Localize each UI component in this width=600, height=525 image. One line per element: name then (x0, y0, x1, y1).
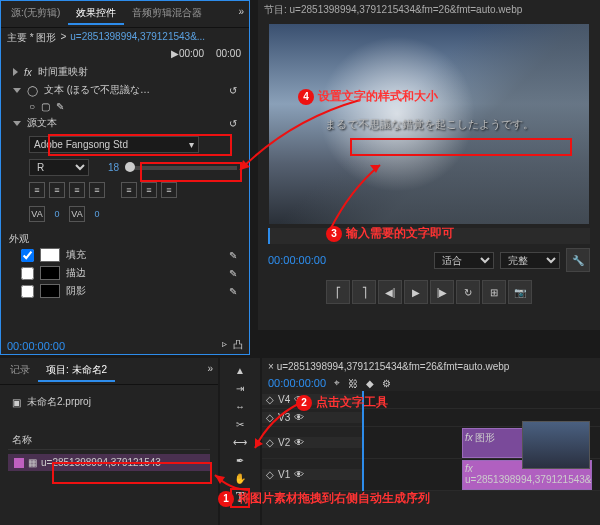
eyedropper-icon[interactable]: ✎ (229, 268, 237, 279)
tab-effect-controls[interactable]: 效果控件 (68, 3, 124, 25)
pen-tool[interactable]: ✒ (232, 452, 248, 468)
anno-box-size (140, 162, 242, 182)
step-back-button[interactable]: ◀| (378, 280, 402, 304)
wrench-icon: 🔧 (572, 255, 584, 266)
align-center-icon[interactable]: ≡ (49, 182, 65, 198)
play-button[interactable]: ▶ (404, 280, 428, 304)
program-monitor-panel: 节目: u=2851398994,3791215434&fm=26&fmt=au… (258, 0, 600, 330)
ruler-start: ▶00:00 (171, 48, 204, 59)
marker-icon[interactable]: ◆ (366, 378, 374, 389)
sequence-name[interactable]: u=2851398994,3791215434&fm=26&fmt=auto.w… (277, 361, 510, 372)
anno-box-clip (52, 462, 212, 484)
program-title: 节目: u=2851398994,3791215434&fm=26&fmt=au… (258, 0, 600, 20)
track-toggle-icon[interactable]: ◇ (266, 469, 274, 480)
fill-checkbox[interactable] (21, 249, 34, 262)
track-toggle-icon[interactable]: ◇ (266, 394, 274, 405)
panel-menu-icon[interactable]: » (235, 3, 247, 25)
mask-rect-icon[interactable]: ▢ (41, 101, 50, 112)
settings-button[interactable]: 🔧 (566, 248, 590, 272)
quality-select[interactable]: 完整 (500, 252, 560, 269)
align-justify-icon[interactable]: ≡ (89, 182, 105, 198)
loop-button[interactable]: ↻ (456, 280, 480, 304)
mark-out-button[interactable]: ⎤ (352, 280, 376, 304)
eyedropper-icon[interactable]: ✎ (229, 250, 237, 261)
settings-icon[interactable]: ⚙ (382, 378, 391, 389)
program-timecode[interactable]: 00:00:00:00 (268, 254, 326, 266)
anno-4: 4设置文字的样式和大小 (298, 88, 438, 105)
section-time-remap[interactable]: fx 时间重映射 (9, 63, 241, 81)
fx-timecode[interactable]: 00:00:00:00 (7, 340, 65, 352)
linked-sel-icon[interactable]: ⛓ (348, 378, 358, 389)
ruler-end: 00:00 (216, 48, 241, 59)
shadow-label: 阴影 (66, 284, 86, 298)
stroke-label: 描边 (66, 266, 86, 280)
font-size-value[interactable]: 18 (95, 162, 119, 173)
anno-box-subtitle (350, 138, 572, 156)
anno-3: 3输入需要的文字即可 (326, 225, 454, 242)
safe-margins-button[interactable]: ⊞ (482, 280, 506, 304)
clip-thumbnail-icon: ▦ (28, 457, 37, 468)
track-toggle-icon[interactable]: ◇ (266, 412, 274, 423)
ripple-tool[interactable]: ↔ (232, 398, 248, 414)
fill-label: 填充 (66, 248, 86, 262)
align-right-icon[interactable]: ≡ (69, 182, 85, 198)
eye-icon[interactable]: 👁 (294, 469, 304, 480)
breadcrumb-main: 主要 * 图形 (7, 31, 56, 45)
section-text[interactable]: ◯ 文本 (ほるで不思議な… ↺ (9, 81, 241, 99)
anno-2: 2点击文字工具 (296, 394, 388, 411)
eyedropper-icon[interactable]: ✎ (229, 286, 237, 297)
video-subtitle-text: まるで不思議な錯覚を起こしたようです。 (325, 117, 534, 132)
fit-select[interactable]: 适合 (434, 252, 494, 269)
panel-menu-icon[interactable]: » (204, 360, 216, 382)
tab-record[interactable]: 记录 (2, 360, 38, 382)
anno-1: 1将图片素材拖拽到右侧自动生成序列 (218, 490, 430, 507)
column-name[interactable]: 名称 (8, 431, 210, 450)
mask-ellipse-icon[interactable]: ○ (29, 101, 35, 112)
reset-icon[interactable]: ↺ (229, 85, 237, 96)
clip-type-icon (14, 458, 24, 468)
export-icon[interactable]: 凸 (233, 338, 243, 352)
fill-color-swatch[interactable] (40, 248, 60, 262)
selection-tool[interactable]: ▲ (232, 362, 248, 378)
slip-tool[interactable]: ⟷ (232, 434, 248, 450)
timeline-timecode[interactable]: 00:00:00:00 (268, 377, 326, 389)
bin-icon: ▣ (12, 397, 21, 408)
tab-source[interactable]: 源:(无剪辑) (3, 3, 68, 25)
reset-icon[interactable]: ↺ (229, 118, 237, 129)
hand-tool[interactable]: ✋ (232, 470, 248, 486)
kerning-icon[interactable]: VA (69, 206, 85, 222)
track-toggle-icon[interactable]: ◇ (266, 437, 274, 448)
tracking-icon[interactable]: VA (29, 206, 45, 222)
align-top-icon[interactable]: ≡ (121, 182, 137, 198)
align-left-icon[interactable]: ≡ (29, 182, 45, 198)
export-frame-button[interactable]: 📷 (508, 280, 532, 304)
align-bottom-icon[interactable]: ≡ (161, 182, 177, 198)
zoom-out-icon[interactable]: ▹ (222, 338, 227, 352)
section-source-text[interactable]: 源文本 ↺ (9, 114, 241, 132)
step-fwd-button[interactable]: |▶ (430, 280, 454, 304)
font-style-select[interactable]: R (29, 159, 89, 176)
shadow-checkbox[interactable] (21, 285, 34, 298)
stroke-checkbox[interactable] (21, 267, 34, 280)
timeline-clip-thumbnail[interactable] (522, 421, 590, 469)
anno-box-font (48, 134, 232, 156)
section-appearance: 外观 (9, 232, 241, 246)
shadow-color-swatch[interactable] (40, 284, 60, 298)
tab-project[interactable]: 项目: 未命名2 (38, 360, 115, 382)
mark-in-button[interactable]: ⎡ (326, 280, 350, 304)
breadcrumb-clip[interactable]: u=2851398994,379121543&... (70, 31, 205, 45)
project-panel: 记录 项目: 未命名2 » ▣ 未命名2.prproj 名称 ▦ u=28513… (0, 358, 218, 525)
razor-tool[interactable]: ✂ (232, 416, 248, 432)
track-select-tool[interactable]: ⇥ (232, 380, 248, 396)
stroke-color-swatch[interactable] (40, 266, 60, 280)
project-file-label: 未命名2.prproj (27, 395, 91, 409)
align-middle-icon[interactable]: ≡ (141, 182, 157, 198)
tab-audio-mixer[interactable]: 音频剪辑混合器 (124, 3, 210, 25)
mask-pen-icon[interactable]: ✎ (56, 101, 64, 112)
eye-icon[interactable]: 👁 (294, 437, 304, 448)
program-viewer[interactable]: まるで不思議な錯覚を起こしたようです。 (269, 24, 589, 224)
snap-icon[interactable]: ⌖ (334, 377, 340, 389)
eye-icon[interactable]: 👁 (294, 412, 304, 423)
